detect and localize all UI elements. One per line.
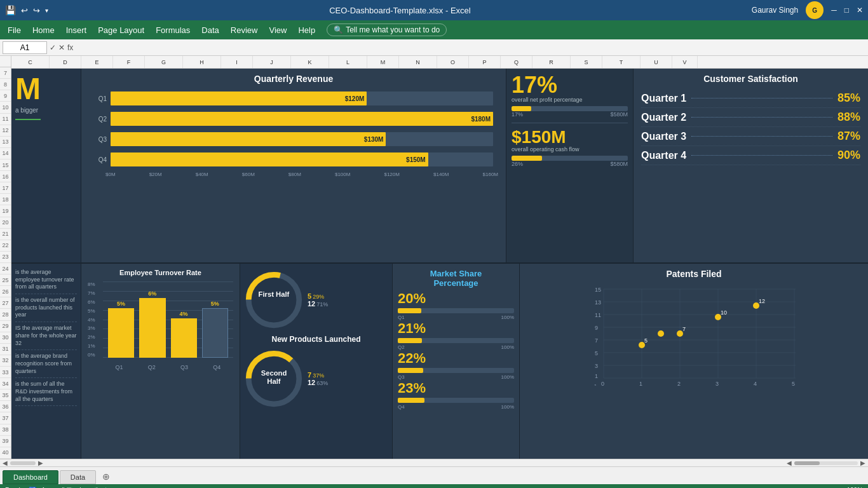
svg-text:0: 0 — [601, 381, 604, 386]
scroll-bar: ◀ ▶ ◀ ▶ — [0, 459, 868, 466]
formula-bar: ✓ ✕ fx — [0, 39, 868, 56]
svg-text:3: 3 — [595, 363, 598, 369]
sat-row-q4: Quarter 4 90% — [641, 146, 860, 165]
turnover-chart-section: Employee Turnover Rate 8% 7% 6% 5% 4% 3%… — [81, 264, 240, 459]
svg-text:5: 5 — [792, 381, 795, 386]
sat-row-q2: Quarter 2 88% — [641, 108, 860, 127]
minimize-button[interactable]: ─ — [831, 6, 837, 15]
turnover-bar-q2: 6% — [139, 290, 165, 358]
bottom-left-descriptions: is the average employee turnover rate fr… — [11, 264, 81, 459]
tabs-bar: Dashboard Data ⊕ — [0, 466, 868, 484]
market-share-section: Market SharePercentage 20% Q1 100% — [393, 264, 520, 459]
svg-text:5: 5 — [644, 337, 648, 344]
save-icon[interactable]: 💾 — [5, 5, 16, 15]
net-profit-kpi: 17% overall net profit percentage 17% $5… — [512, 74, 628, 118]
menu-home[interactable]: Home — [27, 23, 60, 37]
svg-text:4: 4 — [754, 381, 757, 386]
ms-row-q3: 22% Q3 100% — [398, 350, 514, 380]
tab-dashboard[interactable]: Dashboard — [3, 470, 58, 484]
svg-text:15: 15 — [595, 287, 601, 293]
patents-title: Patents Filed — [526, 269, 862, 279]
sat-row-q1: Quarter 1 85% — [641, 89, 860, 108]
username: Gaurav Singh — [752, 6, 798, 15]
svg-text:11: 11 — [595, 312, 601, 318]
quarterly-revenue-section: Quarterly Revenue Q1 $120M Q2 $180 — [81, 69, 506, 262]
first-half-container: First Half 5 29% 12 71% — [245, 269, 387, 331]
add-sheet-button[interactable]: ⊕ — [97, 469, 115, 484]
menu-insert[interactable]: Insert — [61, 23, 92, 37]
search-icon: 🔍 — [334, 25, 343, 34]
menu-page-layout[interactable]: Page Layout — [93, 23, 149, 37]
cash-flow-value: $150M — [512, 128, 628, 146]
bar-chart-container: Q1 $120M Q2 $180M Q3 — [89, 89, 498, 169]
menu-formulas[interactable]: Formulas — [151, 23, 195, 37]
menu-review[interactable]: Review — [226, 23, 263, 37]
scatter-point-2 — [658, 330, 664, 337]
turnover-bar-q1: 5% — [108, 301, 134, 358]
svg-text:12: 12 — [759, 298, 765, 304]
avatar: G — [806, 1, 824, 19]
desc-market-share: IS the average market share for the whol… — [15, 322, 77, 350]
formula-checkmark[interactable]: ✓ — [50, 43, 56, 52]
svg-text:2: 2 — [677, 381, 681, 386]
green-line — [15, 119, 41, 120]
customer-satisfaction-section: Customer Satisfaction Quarter 1 85% Quar… — [633, 69, 868, 262]
svg-text:-1: -1 — [592, 383, 597, 386]
cash-flow-label: overall operating cash flow — [512, 146, 628, 153]
donut-charts-section: First Half 5 29% 12 71% — [240, 264, 393, 459]
desc-rd: is the sum of all the R&D investments fr… — [15, 378, 77, 406]
svg-point-1 — [248, 274, 299, 325]
redo-icon[interactable]: ↪ — [33, 6, 40, 15]
tell-me-box[interactable]: 🔍 Tell me what you want to do — [327, 24, 447, 36]
svg-text:1: 1 — [639, 381, 642, 386]
turnover-title: Employee Turnover Rate — [88, 269, 233, 276]
big-letter-m: M — [15, 74, 77, 104]
svg-text:First Half: First Half — [259, 290, 290, 298]
ms-row-q2: 21% Q2 100% — [398, 320, 514, 350]
patents-filed-section: Patents Filed 15 13 11 9 7 5 3 — [520, 264, 868, 459]
maximize-button[interactable]: □ — [844, 6, 849, 15]
user-info: Gaurav Singh G ─ □ ✕ — [752, 1, 863, 19]
quick-access-toolbar: 💾 ↩ ↪ ▾ — [5, 5, 48, 15]
formula-input[interactable] — [76, 42, 865, 53]
desc-turnover: is the average employee turnover rate fr… — [15, 266, 77, 294]
title-bar: 💾 ↩ ↪ ▾ CEO-Dashboard-Template.xlsx - Ex… — [0, 0, 868, 20]
tab-data[interactable]: Data — [60, 470, 96, 484]
ms-row-q1: 20% Q1 100% — [398, 290, 514, 320]
formula-cancel[interactable]: ✕ — [58, 43, 65, 52]
spreadsheet-area: 7 8 9 10 11 12 13 14 15 16 17 18 19 20 2… — [0, 56, 868, 459]
svg-text:5: 5 — [595, 350, 598, 356]
status-bar: Ready ♿ Accessibility: Investigate ⊞ ⊟ ⊠… — [0, 484, 868, 488]
first-half-donut-svg: First Half — [245, 271, 302, 329]
x-axis: $0M $20M $40M $60M $80M $100M $120M $140… — [89, 172, 498, 177]
new-products-title: New Products Launched — [245, 335, 387, 344]
undo-icon[interactable]: ↩ — [21, 6, 28, 15]
bar-row-q4: Q4 $150M — [94, 152, 493, 166]
bar-row-q3: Q3 $130M — [94, 132, 493, 146]
svg-text:Half: Half — [267, 377, 281, 385]
turnover-chart-area: 8% 7% 6% 5% 4% 3% 2% 1% 0% — [88, 281, 233, 370]
market-share-title: Market SharePercentage — [398, 269, 514, 288]
svg-text:1: 1 — [595, 373, 598, 379]
cell-reference[interactable] — [3, 41, 47, 54]
menu-help[interactable]: Help — [293, 23, 320, 37]
svg-text:9: 9 — [595, 325, 598, 331]
turnover-bar-q4: 5% — [202, 301, 228, 358]
quarterly-revenue-title: Quarterly Revenue — [89, 74, 498, 84]
second-half-donut-svg: Second Half — [245, 350, 302, 407]
second-half-container: Second Half 7 37% 12 63% — [245, 348, 387, 410]
left-panel: M a bigger — [11, 69, 81, 262]
desc-products: is the overall number of products launch… — [15, 294, 77, 322]
menu-view[interactable]: View — [264, 23, 292, 37]
menu-bar: File Home Insert Page Layout Formulas Da… — [0, 20, 868, 39]
column-headers: C D E F G H I J K L M N O P Q R S T U V — [11, 56, 868, 69]
net-profit-label: overall net profit percentage — [512, 97, 628, 104]
patents-scatter-svg: 15 13 11 9 7 5 3 1 — [526, 284, 862, 386]
bar-row-q2: Q2 $180M — [94, 112, 493, 126]
bigger-label: a bigger — [15, 107, 77, 114]
close-button[interactable]: ✕ — [857, 6, 863, 15]
menu-data[interactable]: Data — [196, 23, 224, 37]
bar-row-q1: Q1 $120M — [94, 92, 493, 105]
net-profit-value: 17% — [512, 74, 628, 97]
menu-file[interactable]: File — [3, 23, 26, 37]
